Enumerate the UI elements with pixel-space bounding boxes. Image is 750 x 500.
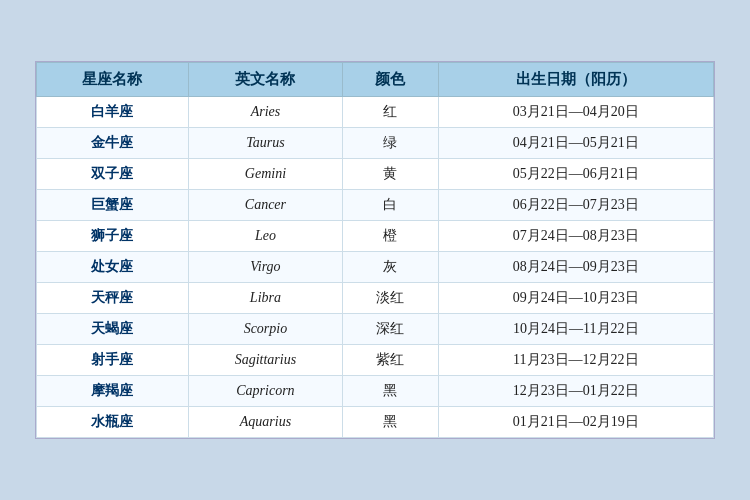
cell-chinese-name: 狮子座	[37, 221, 189, 252]
table-row: 水瓶座Aquarius黑01月21日—02月19日	[37, 407, 714, 438]
cell-chinese-name: 金牛座	[37, 128, 189, 159]
cell-color: 黑	[343, 407, 439, 438]
table-row: 天秤座Libra淡红09月24日—10月23日	[37, 283, 714, 314]
cell-chinese-name: 处女座	[37, 252, 189, 283]
cell-dates: 08月24日—09月23日	[438, 252, 713, 283]
table-row: 处女座Virgo灰08月24日—09月23日	[37, 252, 714, 283]
cell-english-name: Aries	[188, 97, 342, 128]
cell-chinese-name: 射手座	[37, 345, 189, 376]
cell-dates: 04月21日—05月21日	[438, 128, 713, 159]
cell-english-name: Scorpio	[188, 314, 342, 345]
cell-english-name: Capricorn	[188, 376, 342, 407]
cell-dates: 03月21日—04月20日	[438, 97, 713, 128]
cell-color: 红	[343, 97, 439, 128]
cell-chinese-name: 天蝎座	[37, 314, 189, 345]
header-english-name: 英文名称	[188, 63, 342, 97]
cell-chinese-name: 巨蟹座	[37, 190, 189, 221]
cell-dates: 12月23日—01月22日	[438, 376, 713, 407]
cell-dates: 07月24日—08月23日	[438, 221, 713, 252]
table-header-row: 星座名称 英文名称 颜色 出生日期（阳历）	[37, 63, 714, 97]
cell-dates: 01月21日—02月19日	[438, 407, 713, 438]
cell-chinese-name: 白羊座	[37, 97, 189, 128]
cell-color: 灰	[343, 252, 439, 283]
cell-color: 黄	[343, 159, 439, 190]
table-row: 巨蟹座Cancer白06月22日—07月23日	[37, 190, 714, 221]
table-row: 双子座Gemini黄05月22日—06月21日	[37, 159, 714, 190]
cell-english-name: Libra	[188, 283, 342, 314]
cell-english-name: Gemini	[188, 159, 342, 190]
zodiac-table: 星座名称 英文名称 颜色 出生日期（阳历） 白羊座Aries红03月21日—04…	[36, 62, 714, 438]
header-dates: 出生日期（阳历）	[438, 63, 713, 97]
cell-color: 深红	[343, 314, 439, 345]
cell-color: 白	[343, 190, 439, 221]
cell-dates: 11月23日—12月22日	[438, 345, 713, 376]
cell-english-name: Sagittarius	[188, 345, 342, 376]
cell-english-name: Leo	[188, 221, 342, 252]
table-row: 射手座Sagittarius紫红11月23日—12月22日	[37, 345, 714, 376]
cell-chinese-name: 天秤座	[37, 283, 189, 314]
cell-english-name: Virgo	[188, 252, 342, 283]
cell-dates: 10月24日—11月22日	[438, 314, 713, 345]
cell-color: 黑	[343, 376, 439, 407]
table-body: 白羊座Aries红03月21日—04月20日金牛座Taurus绿04月21日—0…	[37, 97, 714, 438]
table-row: 天蝎座Scorpio深红10月24日—11月22日	[37, 314, 714, 345]
table-row: 摩羯座Capricorn黑12月23日—01月22日	[37, 376, 714, 407]
cell-color: 紫红	[343, 345, 439, 376]
cell-dates: 06月22日—07月23日	[438, 190, 713, 221]
cell-dates: 09月24日—10月23日	[438, 283, 713, 314]
cell-dates: 05月22日—06月21日	[438, 159, 713, 190]
table-row: 金牛座Taurus绿04月21日—05月21日	[37, 128, 714, 159]
header-color: 颜色	[343, 63, 439, 97]
cell-color: 淡红	[343, 283, 439, 314]
cell-english-name: Taurus	[188, 128, 342, 159]
cell-chinese-name: 双子座	[37, 159, 189, 190]
table-row: 白羊座Aries红03月21日—04月20日	[37, 97, 714, 128]
cell-color: 橙	[343, 221, 439, 252]
table-row: 狮子座Leo橙07月24日—08月23日	[37, 221, 714, 252]
zodiac-table-container: 星座名称 英文名称 颜色 出生日期（阳历） 白羊座Aries红03月21日—04…	[35, 61, 715, 439]
header-chinese-name: 星座名称	[37, 63, 189, 97]
cell-color: 绿	[343, 128, 439, 159]
cell-english-name: Cancer	[188, 190, 342, 221]
cell-english-name: Aquarius	[188, 407, 342, 438]
cell-chinese-name: 水瓶座	[37, 407, 189, 438]
cell-chinese-name: 摩羯座	[37, 376, 189, 407]
